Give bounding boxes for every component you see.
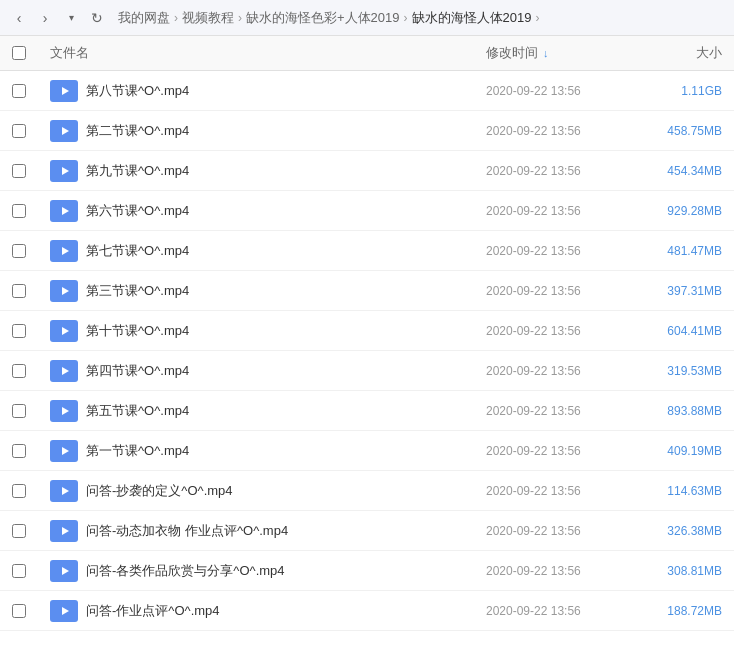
file-icon bbox=[50, 360, 78, 382]
file-icon bbox=[50, 120, 78, 142]
file-name[interactable]: 问答-各类作品欣赏与分享^O^.mp4 bbox=[86, 562, 285, 580]
file-name[interactable]: 第十节课^O^.mp4 bbox=[86, 322, 189, 340]
row-modified-cell: 2020-09-22 13:56 bbox=[474, 311, 634, 351]
row-name-cell: 第五节课^O^.mp4 bbox=[38, 391, 474, 431]
row-checkbox-cell bbox=[0, 351, 38, 391]
row-name-cell: 第一节课^O^.mp4 bbox=[38, 431, 474, 471]
file-name[interactable]: 第六节课^O^.mp4 bbox=[86, 202, 189, 220]
row-name-cell: 第十节课^O^.mp4 bbox=[38, 311, 474, 351]
back-button[interactable]: ‹ bbox=[8, 7, 30, 29]
row-modified-cell: 2020-09-22 13:56 bbox=[474, 391, 634, 431]
file-name[interactable]: 第三节课^O^.mp4 bbox=[86, 282, 189, 300]
select-all-checkbox[interactable] bbox=[12, 46, 26, 60]
row-size-cell: 481.47MB bbox=[634, 231, 734, 271]
file-icon bbox=[50, 400, 78, 422]
row-checkbox-cell bbox=[0, 391, 38, 431]
row-checkbox-1[interactable] bbox=[12, 124, 26, 138]
row-modified-cell: 2020-09-22 13:56 bbox=[474, 351, 634, 391]
breadcrumb-item-1[interactable]: 视频教程 bbox=[182, 9, 234, 27]
row-checkbox-5[interactable] bbox=[12, 284, 26, 298]
row-size-cell: 604.41MB bbox=[634, 311, 734, 351]
forward-button[interactable]: › bbox=[34, 7, 56, 29]
file-icon bbox=[50, 520, 78, 542]
file-name[interactable]: 第五节课^O^.mp4 bbox=[86, 402, 189, 420]
file-name[interactable]: 第四节课^O^.mp4 bbox=[86, 362, 189, 380]
row-size-cell: 308.81MB bbox=[634, 551, 734, 591]
row-size-cell: 326.38MB bbox=[634, 511, 734, 551]
row-checkbox-10[interactable] bbox=[12, 484, 26, 498]
file-name[interactable]: 第一节课^O^.mp4 bbox=[86, 442, 189, 460]
th-modified[interactable]: 修改时间 ↓ bbox=[474, 36, 634, 71]
file-name[interactable]: 第七节课^O^.mp4 bbox=[86, 242, 189, 260]
file-name[interactable]: 第八节课^O^.mp4 bbox=[86, 82, 189, 100]
th-check[interactable] bbox=[0, 36, 38, 71]
row-checkbox-13[interactable] bbox=[12, 604, 26, 618]
row-checkbox-12[interactable] bbox=[12, 564, 26, 578]
row-size-cell: 114.63MB bbox=[634, 471, 734, 511]
breadcrumb-sep-0: › bbox=[174, 11, 178, 25]
row-size-cell: 319.53MB bbox=[634, 351, 734, 391]
file-icon bbox=[50, 280, 78, 302]
row-checkbox-cell bbox=[0, 71, 38, 111]
file-icon bbox=[50, 600, 78, 622]
file-icon bbox=[50, 560, 78, 582]
row-size-cell: 1.11GB bbox=[634, 71, 734, 111]
sort-arrow-icon: ↓ bbox=[543, 47, 549, 59]
row-name-cell: 第二节课^O^.mp4 bbox=[38, 111, 474, 151]
breadcrumb-item-2[interactable]: 缺水的海怪色彩+人体2019 bbox=[246, 9, 400, 27]
row-modified-cell: 2020-09-22 13:56 bbox=[474, 191, 634, 231]
file-icon bbox=[50, 320, 78, 342]
row-checkbox-8[interactable] bbox=[12, 404, 26, 418]
row-name-cell: 第九节课^O^.mp4 bbox=[38, 151, 474, 191]
row-checkbox-2[interactable] bbox=[12, 164, 26, 178]
row-checkbox-cell bbox=[0, 591, 38, 631]
refresh-button[interactable]: ↻ bbox=[86, 7, 108, 29]
row-checkbox-11[interactable] bbox=[12, 524, 26, 538]
file-name[interactable]: 第二节课^O^.mp4 bbox=[86, 122, 189, 140]
row-checkbox-7[interactable] bbox=[12, 364, 26, 378]
row-checkbox-cell bbox=[0, 431, 38, 471]
topbar: ‹ › ▾ ↻ 我的网盘 › 视频教程 › 缺水的海怪色彩+人体2019 › 缺… bbox=[0, 0, 734, 36]
table-row: 第六节课^O^.mp4 2020-09-22 13:56929.28MB bbox=[0, 191, 734, 231]
table-row: 第二节课^O^.mp4 2020-09-22 13:56458.75MB bbox=[0, 111, 734, 151]
row-checkbox-cell bbox=[0, 231, 38, 271]
table-row: 问答-各类作品欣赏与分享^O^.mp4 2020-09-22 13:56308.… bbox=[0, 551, 734, 591]
row-size-cell: 458.75MB bbox=[634, 111, 734, 151]
row-checkbox-9[interactable] bbox=[12, 444, 26, 458]
file-name[interactable]: 问答-作业点评^O^.mp4 bbox=[86, 602, 220, 620]
table-row: 第三节课^O^.mp4 2020-09-22 13:56397.31MB bbox=[0, 271, 734, 311]
row-size-cell: 397.31MB bbox=[634, 271, 734, 311]
file-name[interactable]: 问答-动态加衣物 作业点评^O^.mp4 bbox=[86, 522, 288, 540]
dropdown-button[interactable]: ▾ bbox=[60, 7, 82, 29]
row-checkbox-cell bbox=[0, 471, 38, 511]
row-name-cell: 第八节课^O^.mp4 bbox=[38, 71, 474, 111]
row-checkbox-cell bbox=[0, 511, 38, 551]
row-checkbox-0[interactable] bbox=[12, 84, 26, 98]
row-modified-cell: 2020-09-22 13:56 bbox=[474, 111, 634, 151]
row-checkbox-6[interactable] bbox=[12, 324, 26, 338]
row-size-cell: 893.88MB bbox=[634, 391, 734, 431]
row-size-cell: 454.34MB bbox=[634, 151, 734, 191]
breadcrumb-sep-3: › bbox=[535, 11, 539, 25]
row-modified-cell: 2020-09-22 13:56 bbox=[474, 151, 634, 191]
row-name-cell: 问答-作业点评^O^.mp4 bbox=[38, 591, 474, 631]
table-row: 问答-作业点评^O^.mp4 2020-09-22 13:56188.72MB bbox=[0, 591, 734, 631]
file-icon bbox=[50, 160, 78, 182]
row-checkbox-cell bbox=[0, 111, 38, 151]
row-modified-cell: 2020-09-22 13:56 bbox=[474, 551, 634, 591]
row-checkbox-4[interactable] bbox=[12, 244, 26, 258]
table-row: 第一节课^O^.mp4 2020-09-22 13:56409.19MB bbox=[0, 431, 734, 471]
file-icon bbox=[50, 240, 78, 262]
row-name-cell: 问答-各类作品欣赏与分享^O^.mp4 bbox=[38, 551, 474, 591]
row-checkbox-cell bbox=[0, 311, 38, 351]
row-checkbox-3[interactable] bbox=[12, 204, 26, 218]
table-row: 问答-抄袭的定义^O^.mp4 2020-09-22 13:56114.63MB bbox=[0, 471, 734, 511]
file-name[interactable]: 问答-抄袭的定义^O^.mp4 bbox=[86, 482, 233, 500]
row-name-cell: 第四节课^O^.mp4 bbox=[38, 351, 474, 391]
breadcrumb-item-0[interactable]: 我的网盘 bbox=[118, 9, 170, 27]
row-modified-cell: 2020-09-22 13:56 bbox=[474, 231, 634, 271]
th-name: 文件名 bbox=[38, 36, 474, 71]
file-name[interactable]: 第九节课^O^.mp4 bbox=[86, 162, 189, 180]
th-size: 大小 bbox=[634, 36, 734, 71]
row-name-cell: 问答-抄袭的定义^O^.mp4 bbox=[38, 471, 474, 511]
